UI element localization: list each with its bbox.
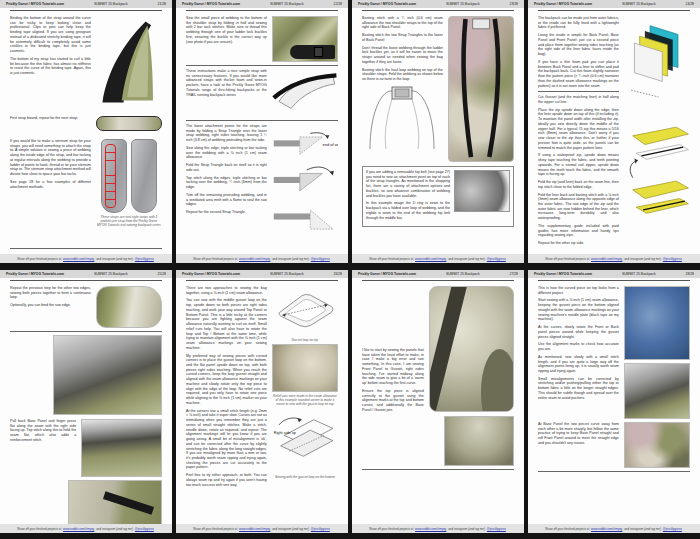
paragraph: At Base Panel the two pieces curve away … (538, 422, 619, 446)
vest-straps-graphic (96, 139, 162, 213)
paragraph: The bottom of my strap has started to cu… (10, 57, 91, 76)
paragraph: Don't thread the loose webbing through t… (362, 46, 443, 65)
header-title: SUMMIT 25 Backpack (270, 2, 304, 6)
paragraph: First strap bound, repeat for the next s… (10, 116, 91, 121)
footer-link-reddit[interactable]: www.reddit.com/r/myog (415, 257, 446, 261)
page-thumbnail-24[interactable]: Prickly Gorse / MYOG Tutorials.com SUMMI… (528, 0, 700, 263)
footer-link-reddit[interactable]: www.reddit.com/r/myog (63, 527, 94, 531)
page-thumbnail-28[interactable]: Prickly Gorse / MYOG Tutorials.com SUMMI… (528, 270, 700, 533)
footer-link-instagram[interactable]: @pricklygorse (135, 527, 154, 531)
text-column: This is how the curved piece on top look… (538, 286, 619, 403)
footer-link-instagram[interactable]: @pricklygorse (311, 527, 330, 531)
diagram-column (624, 16, 690, 238)
header-page-number: 21/28 (158, 2, 167, 6)
paragraph: The supplementary guide included with pa… (538, 224, 619, 238)
footer-link-reddit[interactable]: www.reddit.com/r/myog (239, 257, 270, 261)
header-rule (538, 280, 690, 281)
photo-strap-binding (96, 16, 162, 112)
header-rule (362, 10, 514, 11)
header-page-number: 24/28 (686, 2, 695, 6)
divider (186, 65, 338, 66)
paragraph: Basting stitch with a ¼ inch (0.6 cm) se… (362, 16, 443, 30)
paragraph: These instructions make a nice simple st… (186, 69, 267, 97)
footer-link-reddit[interactable]: www.reddit.com/r/myog (239, 527, 270, 531)
photo-base-panel-sewing (624, 422, 690, 468)
page-header: Prickly Gorse / MYOG Tutorials.com SUMMI… (352, 0, 524, 8)
footer-link-instagram[interactable]: @pricklygorse (487, 527, 506, 531)
strap-illustration-graphic (272, 69, 338, 113)
lining-exploded-diagram (624, 16, 690, 112)
page-header: Prickly Gorse / MYOG Tutorials.com SUMMI… (0, 0, 172, 8)
footer-link-instagram[interactable]: @pricklygorse (487, 257, 506, 261)
text-column: If you are adding a removable hip belt (… (366, 170, 450, 223)
diagram-label: Right side up (274, 430, 296, 434)
diagram-caption: Sewing with the gusset loop on the botto… (272, 475, 338, 479)
paragraph: This is how the curved piece on top look… (538, 286, 619, 295)
footer-link-reddit[interactable]: www.reddit.com/r/myog (591, 257, 622, 261)
paragraph: Basting stitch the haul loop webbing on … (362, 68, 443, 82)
strap-triangle-diagram: end of webbing (272, 124, 338, 242)
footer-link-instagram[interactable]: @pricklygorse (663, 527, 682, 531)
zip-install-diagram (624, 116, 690, 234)
page-thumbnail-23[interactable]: Prickly Gorse / MYOG Tutorials.com SUMMI… (352, 0, 524, 263)
text-column: First strap bound, repeat for the next s… (10, 116, 91, 124)
page-body: Repeat the previous step for the other t… (0, 284, 172, 524)
paragraph: Fold the Strap Triangle back on itself s… (186, 163, 267, 172)
paragraph: Ensure the top piece is aligned correctl… (362, 389, 424, 413)
header-title: SUMMIT 25 Backpack (94, 272, 128, 276)
paragraph: Small misalignments can be corrected by … (538, 377, 619, 401)
footer-text: and instagram (and tag me) (272, 527, 309, 531)
text-column: The lower attachment points for the stra… (186, 124, 267, 218)
paragraph: Trim off the remaining protruding webbin… (186, 193, 267, 207)
footer-text: and instagram (and tag me) (448, 257, 485, 261)
paragraph: At the curves, slowly rotate the Front o… (538, 325, 619, 339)
header-title: SUMMIT 25 Backpack (446, 272, 480, 276)
text-column: If you would like to make a sternum stra… (10, 139, 91, 192)
diagram-label: end of webbing (322, 142, 338, 147)
page-thumbnail-21[interactable]: Prickly Gorse / MYOG Tutorials.com SUMMI… (0, 0, 172, 263)
page-footer: Show off your finished projects at www.r… (0, 254, 172, 263)
strap-buckle-graphic (272, 16, 338, 62)
divider (362, 469, 514, 470)
page-thumbnail-27[interactable]: Prickly Gorse / MYOG Tutorials.com SUMMI… (352, 270, 524, 533)
text-column: Pull back Base Panel and finger press fl… (10, 419, 76, 446)
page-footer: Show off your finished projects at www.r… (528, 524, 700, 533)
illustration-simple-strap (272, 69, 338, 117)
page-thumbnail-22[interactable]: Prickly Gorse / MYOG Tutorials.com SUMMI… (176, 0, 348, 263)
footer-link-reddit[interactable]: www.reddit.com/r/myog (591, 527, 622, 531)
footer-link-reddit[interactable]: www.reddit.com/r/myog (63, 257, 94, 261)
header-page-number: 28/28 (686, 272, 695, 276)
paragraph: Pull back Base Panel and finger press fl… (10, 419, 76, 443)
page-thumbnail-26[interactable]: Prickly Gorse / MYOG Tutorials.com SUMMI… (176, 270, 348, 533)
footer-text: Show off your finished projects at (545, 257, 589, 261)
paragraph: As mentioned, sew slowly with a small st… (538, 355, 619, 374)
header-rule (362, 280, 514, 281)
paragraph: Optionally, you can bind the raw edge. (10, 303, 91, 308)
page-footer: Show off your finished projects at www.r… (528, 254, 700, 263)
page-body: I like to start by sewing the panels tha… (352, 284, 524, 524)
paragraph: Sew along the edge, triple stitching or … (186, 146, 267, 160)
photo-dring-triglide (454, 170, 510, 223)
paragraph: At the corners use a small stitch length… (186, 409, 267, 471)
paragraph: The backpack can be made just from outer… (538, 16, 619, 30)
page-footer: Show off your finished projects at www.r… (176, 524, 348, 533)
footer-link-instagram[interactable]: @pricklygorse (663, 257, 682, 261)
paragraph: Cut Gusset (and the matching liner) in h… (538, 95, 619, 104)
photo-fabric-loop (96, 286, 162, 328)
strap-plain (131, 139, 157, 213)
footer-link-instagram[interactable]: @pricklygorse (311, 257, 330, 261)
divider (538, 91, 619, 92)
footer-text: and instagram (and tag me) (272, 257, 309, 261)
header-rule (186, 10, 338, 11)
page-header: Prickly Gorse / MYOG Tutorials.com SUMMI… (528, 0, 700, 8)
footer-link-instagram[interactable]: @pricklygorse (135, 257, 154, 261)
photo-hand-machine (10, 335, 162, 415)
footer-link-reddit[interactable]: www.reddit.com/r/myog (415, 527, 446, 531)
fabric-loop-graphic (96, 286, 162, 328)
header-site: Prickly Gorse / MYOG Tutorials.com (6, 2, 64, 6)
header-title: SUMMIT 25 Backpack (446, 2, 480, 6)
text-column: At Base Panel the two pieces curve away … (538, 422, 619, 449)
header-page-number: 25/28 (158, 272, 167, 276)
strap-with-red-ladder (101, 139, 127, 213)
page-thumbnail-25[interactable]: Prickly Gorse / MYOG Tutorials.com SUMMI… (0, 270, 172, 533)
